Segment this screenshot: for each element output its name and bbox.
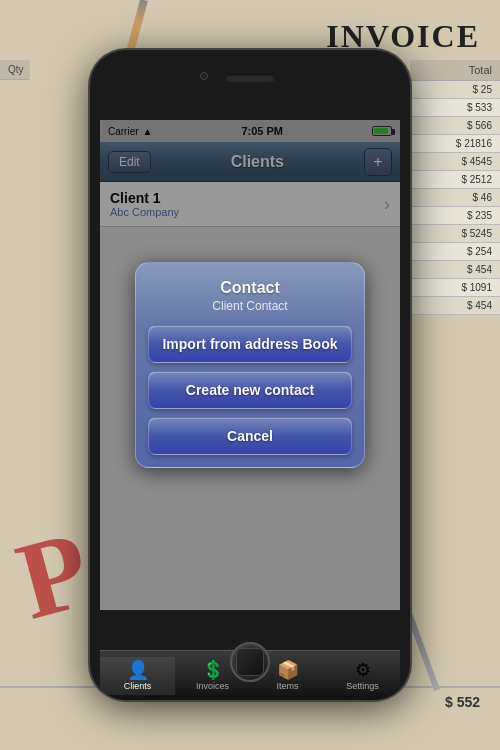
table-cell: $ 1091 [410,279,500,297]
home-button-inner [236,648,264,676]
qty-column: Qty [0,60,30,80]
tab-clients[interactable]: 👤 Clients [100,657,175,695]
table-cell: $ 25 [410,81,500,99]
settings-icon: ⚙ [355,661,371,679]
table-cell: $ 235 [410,207,500,225]
phone-camera [200,72,208,80]
total-amount: $ 552 [445,694,480,710]
tab-settings-label: Settings [346,681,379,691]
table-cell: $ 46 [410,189,500,207]
table-cell: $ 454 [410,297,500,315]
table-cell: $ 566 [410,117,500,135]
clients-icon: 👤 [127,661,149,679]
paid-stamp: P [7,513,100,637]
phone-device: Carrier ▲ 7:05 PM Edit Clients + Client … [90,50,410,700]
modal-dialog: Contact Client Contact Import from addre… [135,262,365,468]
modal-title: Contact [148,279,352,297]
total-header: Total [410,60,500,81]
tab-clients-label: Clients [124,681,152,691]
cancel-button[interactable]: Cancel [148,417,352,455]
tab-settings[interactable]: ⚙ Settings [325,657,400,695]
table-cell: $ 5245 [410,225,500,243]
table-cell: $ 254 [410,243,500,261]
table-cell: $ 454 [410,261,500,279]
table-cell: $ 533 [410,99,500,117]
phone-speaker [225,74,275,82]
qty-header: Qty [0,60,30,80]
modal-overlay: Contact Client Contact Import from addre… [100,120,400,610]
invoices-icon: 💲 [202,661,224,679]
home-button[interactable] [230,642,270,682]
import-contact-button[interactable]: Import from address Book [148,325,352,363]
modal-subtitle: Client Contact [148,299,352,313]
phone-screen: Carrier ▲ 7:05 PM Edit Clients + Client … [100,120,400,610]
items-icon: 📦 [277,661,299,679]
table-cell: $ 21816 [410,135,500,153]
tab-invoices-label: Invoices [196,681,229,691]
tab-items-label: Items [276,681,298,691]
table-cell: $ 4545 [410,153,500,171]
total-column: Total $ 25 $ 533 $ 566 $ 21816 $ 4545 $ … [410,60,500,315]
table-cell: $ 2512 [410,171,500,189]
create-contact-button[interactable]: Create new contact [148,371,352,409]
